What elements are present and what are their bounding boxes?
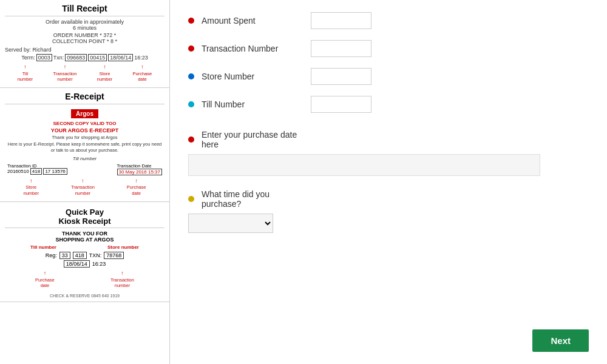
right-panel: Amount Spent Transaction Number Store Nu… [170, 0, 607, 364]
qp-store-number-label: Store number [107, 244, 139, 250]
store-number-label: Store Number [202, 72, 311, 81]
till-served-by: Served by: Richard [5, 47, 164, 53]
till-date-value: 18/06/14 [108, 54, 133, 61]
till-txn-label: Txn: [53, 55, 64, 61]
purchase-date-label-row: Enter your purchase date here [188, 130, 589, 149]
purchase-date-bullet [188, 136, 194, 143]
e-receipt-txn-id-prefix: 20160510 [7, 169, 29, 174]
transaction-number-label: Transaction Number [202, 44, 311, 53]
till-number-bullet [188, 101, 194, 107]
till-receipt-body: Order available in approximately6 minute… [5, 19, 164, 84]
transaction-number-bullet [188, 46, 194, 52]
quick-pay-reg-row: Reg: 33 418 TXN: 78768 [5, 252, 164, 259]
amount-spent-input[interactable] [311, 12, 371, 29]
till-collection-point: COLLECTION POINT * 8 * [5, 38, 164, 44]
qp-transaction-label: ↑ Transactionnumber [110, 270, 134, 289]
till-txn-number-label: ↑ Transactionnumber [53, 64, 77, 83]
till-store-value: 00415 [88, 54, 107, 61]
till-number-label: ↑ Tillnumber [18, 64, 33, 83]
quick-pay-title: Quick PayKiosk Receipt [5, 206, 164, 228]
transaction-number-row: Transaction Number [188, 40, 589, 57]
qp-reg-value: 33 [59, 252, 70, 259]
quick-pay-body: THANK YOU FORSHOPPING AT ARGOS Till numb… [5, 231, 164, 298]
till-term: Term: [21, 55, 35, 61]
e-receipt-transaction-label: ↑ Transactionnumber [71, 178, 95, 197]
e-receipt-txn-date-label: Transaction Date 30 May 2016 15:37 [117, 163, 163, 175]
store-number-row: Store Number [188, 68, 589, 85]
purchase-time-section: What time did you purchase? 12:00 AM 12:… [188, 189, 589, 233]
till-label-arrows: ↑ Tillnumber ↑ Transactionnumber ↑ Store… [5, 62, 164, 84]
qp-date-value: 18/06/14 [64, 260, 90, 268]
quick-pay-date-row: 18/06/14 16:23 [5, 260, 164, 268]
qp-txn-label: TXN: [89, 252, 102, 258]
amount-spent-bullet [188, 18, 194, 24]
qp-reg-label: Reg: [46, 252, 57, 258]
quick-pay-section: Quick PayKiosk Receipt THANK YOU FORSHOP… [0, 202, 169, 302]
e-receipt-txn-highlight: 17 13576 [43, 168, 67, 175]
e-receipt-purchase-label: ↑ Purchasedate [127, 178, 146, 197]
till-receipt-title: Till Receipt [5, 4, 164, 16]
quick-pay-labels-row: Till number Store number [5, 244, 164, 250]
qp-purchase-date-label: ↑ Purchasedate [35, 270, 55, 289]
purchase-date-input[interactable] [188, 154, 540, 176]
purchase-time-label: What time did you purchase? [202, 189, 311, 209]
purchase-time-label-row: What time did you purchase? [188, 189, 589, 209]
till-receipt-subtitle: Order available in approximately6 minute… [5, 19, 164, 31]
amount-spent-row: Amount Spent [188, 12, 589, 29]
transaction-number-input[interactable] [311, 40, 371, 57]
till-order-number: ORDER NUMBER * 372 * [5, 32, 164, 38]
till-store-number-label: ↑ Storenumber [97, 64, 112, 83]
till-term-value: 0003 [36, 54, 52, 61]
qp-till-number-label: Till number [30, 244, 56, 250]
e-receipt-body: Thank you for shopping at Argos Here is … [5, 135, 164, 154]
till-time-value: 16:23 [134, 55, 148, 61]
e-receipt-title: E-Receipt [5, 92, 164, 104]
e-receipt-till-label: Till number [5, 156, 164, 161]
e-receipt-txn-id-label: Transaction ID 20160510 418 17 13576 [7, 163, 67, 175]
next-button-row: Next [188, 317, 589, 352]
argos-logo: Argos [71, 109, 98, 118]
e-receipt-heading: YOUR ARGOS E-RECEIPT [5, 127, 164, 133]
e-receipt-section: E-Receipt Argos SECOND COPY VALID TOO YO… [0, 88, 169, 202]
qp-txn-value: 78768 [104, 252, 124, 259]
quick-pay-thankyou: THANK YOU FORSHOPPING AT ARGOS [5, 231, 164, 243]
purchase-time-bullet [188, 196, 194, 202]
qp-time-value: 16:23 [92, 261, 106, 267]
e-receipt-subtitle: SECOND COPY VALID TOO [5, 121, 164, 126]
till-number-input[interactable] [311, 96, 371, 113]
left-panel: Till Receipt Order available in approxim… [0, 0, 170, 364]
e-receipt-label-arrows: ↑ Storenumber ↑ Transactionnumber ↑ Purc… [5, 177, 164, 198]
till-receipt-section: Till Receipt Order available in approxim… [0, 0, 169, 88]
amount-spent-label: Amount Spent [202, 16, 311, 25]
qp-till-value: 418 [73, 252, 87, 259]
till-number-row: Till Number [188, 96, 589, 113]
qp-label-arrows: ↑ Purchasedate ↑ Transactionnumber [5, 269, 164, 290]
purchase-date-section: Enter your purchase date here [188, 130, 589, 176]
store-number-input[interactable] [311, 68, 371, 85]
e-receipt-txn-row: Transaction ID 20160510 418 17 13576 Tra… [7, 163, 162, 175]
till-txn-value: 096683 [65, 54, 87, 61]
e-receipt-store-highlight: 418 [30, 168, 42, 175]
e-receipt-store-label: ↑ Storenumber [23, 178, 38, 197]
till-purchase-date-label: ↑ Purchasedate [133, 64, 152, 83]
till-receipt-line: Term: 0003 Txn: 096683 00415 18/06/14 16… [5, 54, 164, 61]
next-button[interactable]: Next [532, 329, 589, 352]
store-number-bullet [188, 73, 194, 79]
till-number-label: Till Number [202, 99, 311, 109]
purchase-date-label: Enter your purchase date here [202, 130, 311, 149]
purchase-time-select[interactable]: 12:00 AM 12:30 AM 1:00 AM 1:30 AM [188, 214, 273, 233]
quick-pay-footer: CHECK & RESERVE 0845 640 1919 [5, 294, 164, 298]
e-receipt-date-value: 30 May 2016 15:37 [117, 169, 163, 175]
